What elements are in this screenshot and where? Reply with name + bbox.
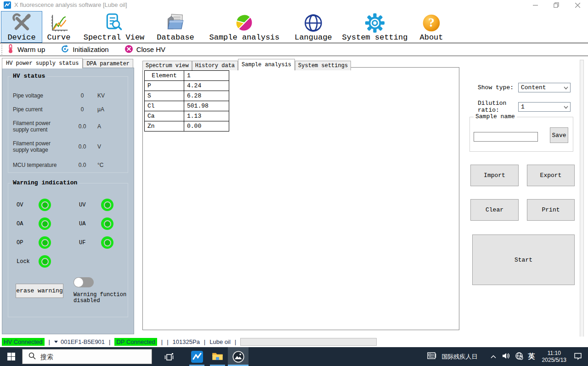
main-tabs: Spectrum view History data Sample analys…	[142, 59, 351, 70]
sample-analysis-content: Element 1 P 4.24 S 6.28 Cl 501.98 Ca 1.1…	[142, 67, 459, 330]
warning-function-toggle[interactable]	[74, 277, 94, 287]
windows-logo-icon	[7, 353, 15, 360]
dilution-ratio-label: Dilution ratio:	[478, 100, 518, 114]
side-scroll-strip[interactable]	[580, 60, 584, 341]
hv-row-unit: V	[97, 143, 120, 150]
tab-history-data[interactable]: History data	[192, 61, 238, 70]
chevron-down-icon	[563, 104, 569, 112]
left-panel-tabs: HV power supply status DPA parameter	[2, 58, 133, 69]
separator: |	[161, 338, 163, 345]
start-button[interactable]	[0, 347, 22, 366]
toolbar-item-label: Device	[7, 33, 35, 42]
taskbar-clock[interactable]: 11:10 2025/5/13	[542, 350, 566, 364]
news-icon[interactable]	[427, 351, 437, 362]
separator: |	[49, 338, 50, 345]
element-table: Element 1 P 4.24 S 6.28 Cl 501.98 Ca 1.1…	[144, 70, 229, 132]
clock-date: 2025/5/13	[542, 357, 566, 364]
erase-warning-button[interactable]: erase warning	[16, 284, 63, 298]
tab-sample-analysis[interactable]: Sample analysis	[238, 59, 295, 70]
search-icon	[28, 352, 36, 361]
toolbar-item-sample-analysis[interactable]: Sample analysis	[198, 11, 290, 43]
show-type-select[interactable]: Content	[518, 83, 571, 92]
device-id-dropdown[interactable]: 001EF1-B5E901	[54, 338, 105, 345]
clear-button[interactable]: Clear	[470, 199, 519, 221]
search-input[interactable]	[40, 353, 132, 360]
news-headline[interactable]: 国际残疾人日	[442, 353, 478, 361]
toolbar-item-database[interactable]: Database	[153, 11, 198, 43]
refresh-icon	[61, 45, 69, 55]
dilution-ratio-select[interactable]: 1	[518, 102, 571, 112]
pressure-value: 101325Pa	[173, 338, 200, 345]
print-button[interactable]: Print	[527, 199, 575, 221]
save-button[interactable]: Save	[550, 127, 568, 143]
speaker-icon[interactable]	[502, 352, 510, 361]
tab-hv-power-supply-status[interactable]: HV power supply status	[2, 58, 83, 69]
export-button[interactable]: Export	[527, 165, 575, 186]
element-cell: S	[145, 91, 184, 101]
toolbar-item-label: Spectral View	[84, 33, 145, 42]
warning-indication-group: Warning indication OV UV OA UA OP UF	[8, 183, 128, 317]
action-center-icon[interactable]	[573, 352, 582, 362]
led-label: UV	[79, 202, 101, 208]
taskbar-app-xrf[interactable]	[187, 347, 207, 366]
element-cell: Zn	[145, 121, 184, 132]
toolbar-item-label: About	[419, 33, 443, 42]
initialization-button[interactable]: Initialization	[61, 45, 108, 55]
restore-button[interactable]	[546, 0, 567, 10]
hv-status-group-title: HV status	[11, 73, 47, 80]
tab-dpa-parameter[interactable]: DPA parameter	[83, 59, 133, 69]
folder-database-icon	[165, 13, 186, 33]
table-header-element: Element	[145, 71, 184, 81]
close-button[interactable]	[567, 0, 588, 10]
taskbar-search-box[interactable]	[22, 349, 152, 364]
task-view-button[interactable]	[158, 347, 179, 366]
led-row: OA UA	[8, 214, 128, 233]
taskbar-file-explorer[interactable]	[207, 347, 228, 366]
chevron-down-icon	[563, 85, 569, 92]
start-button[interactable]: Start	[472, 234, 575, 285]
hv-row-label: Pipe voltage	[13, 92, 67, 99]
network-globe-icon[interactable]	[515, 352, 523, 362]
table-row: P 4.24	[145, 81, 229, 91]
toolbar-item-label: System setting	[342, 33, 408, 42]
toolbar-grip	[1, 45, 3, 55]
uf-led-indicator	[101, 236, 113, 249]
toolbar-item-system-setting[interactable]: System setting	[336, 11, 413, 43]
main-toolbar: Device Curve Spectral View Database Samp…	[0, 10, 588, 43]
toolbar-item-spectral-view[interactable]: Spectral View	[75, 11, 153, 43]
warm-up-button[interactable]: Warm up	[7, 44, 45, 55]
toolbar-item-language[interactable]: Language	[290, 11, 336, 43]
minimize-button[interactable]	[525, 0, 546, 10]
tab-spectrum-view[interactable]: Spectrum view	[142, 61, 192, 70]
gear-icon	[365, 13, 385, 33]
task-view-icon	[164, 351, 175, 362]
hv-row-value: 0	[67, 92, 97, 99]
photos-app-icon	[232, 350, 245, 363]
separator: |	[204, 338, 205, 345]
oa-led-indicator	[39, 217, 51, 230]
tray-chevron-up-icon[interactable]	[490, 353, 497, 361]
separator: |	[167, 338, 168, 345]
hv-row-value: 0.0	[67, 123, 97, 130]
toolbar-item-curve[interactable]: Curve	[42, 11, 75, 43]
toolbar-item-about[interactable]: ? About	[413, 11, 449, 43]
toolbar-item-label: Curve	[47, 33, 70, 42]
close-hv-button[interactable]: Close HV	[124, 45, 165, 55]
led-row: OV UV	[8, 195, 128, 214]
toolbar-item-device[interactable]: Device	[1, 11, 42, 43]
import-button[interactable]: Import	[470, 165, 519, 186]
tab-system-settings[interactable]: System settings	[295, 61, 351, 70]
initialization-label: Initialization	[73, 46, 108, 53]
close-hv-label: Close HV	[136, 46, 165, 53]
sample-name-input[interactable]	[474, 132, 538, 142]
status-bar: HV Connected | 001EF1-B5E901 | DP Connec…	[0, 337, 588, 347]
led-label: Lock	[17, 258, 39, 265]
toggle-knob	[74, 278, 83, 287]
input-language-indicator[interactable]: 英	[528, 352, 535, 361]
svg-text:?: ?	[428, 15, 435, 29]
taskbar-photos-app[interactable]	[228, 347, 249, 366]
curve-chart-icon	[49, 13, 69, 33]
toolbar-item-label: Language	[294, 33, 332, 42]
value-cell: 0.00	[184, 121, 229, 132]
hv-row-label: MCU temperature	[13, 162, 67, 168]
